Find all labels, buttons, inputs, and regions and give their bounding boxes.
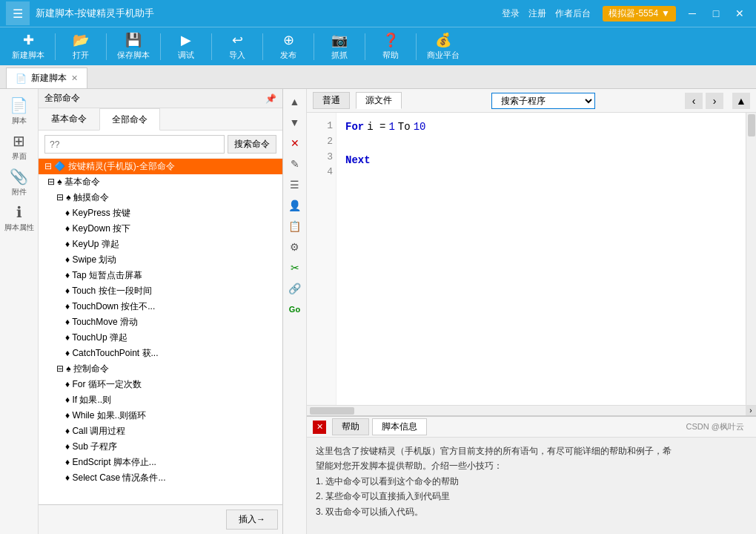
command-panel-tabs: 基本命令 全部命令 <box>39 108 282 131</box>
scroll-right-btn[interactable]: › <box>746 406 756 416</box>
tree-item[interactable]: ♦ Tap 短暂点击屏幕 <box>39 268 282 283</box>
tree-item[interactable]: ♦ Touch 按住一段时间 <box>39 283 282 299</box>
attachment-icon: 📎 <box>10 168 28 185</box>
tab-close-button[interactable]: ✕ <box>71 73 78 83</box>
toolbar-separator-2 <box>106 33 107 60</box>
tree-item[interactable]: ⊟ ♠ 控制命令 <box>39 361 282 377</box>
mid-list-button[interactable]: ☰ <box>285 175 305 194</box>
new-script-button[interactable]: ✚ 新建脚本 <box>6 29 50 64</box>
editor-next-button[interactable]: › <box>706 93 723 109</box>
line-numbers: 1 2 3 4 <box>307 113 336 405</box>
tree-item[interactable]: ♦ TouchDown 按住不... <box>39 299 282 314</box>
tree-item[interactable]: ⊟ ♠ 基本命令 <box>39 174 282 190</box>
subroutine-select[interactable]: 搜索子程序 <box>491 93 595 109</box>
command-tree: ⊟ 🔷 按键精灵(手机版)-全部命令⊟ ♠ 基本命令⊟ ♠ 触摸命令♦ KeyP… <box>39 159 282 504</box>
tree-item[interactable]: ♦ CatchTouchPoint 获... <box>39 346 282 361</box>
command-search-bar: 搜索命令 <box>39 131 282 159</box>
editor-nav-buttons: ‹ › <box>685 93 723 109</box>
import-button[interactable]: ↩ 导入 <box>216 29 258 64</box>
bottom-panel: ✕ 帮助 脚本信息 CSDN @枫叶云 这里包含了按键精灵（手机版）官方目前支持… <box>307 415 756 534</box>
tree-item[interactable]: ⊟ 🔷 按键精灵(手机版)-全部命令 <box>39 159 282 174</box>
editor-content: 1 2 3 4 For i = 1 To 10 Next <box>307 113 756 405</box>
tree-item[interactable]: ♦ TouchMove 滑动 <box>39 314 282 330</box>
store-button[interactable]: 💰 商业平台 <box>421 29 465 64</box>
mid-link-button[interactable]: 🔗 <box>285 279 305 298</box>
mid-delete-button[interactable]: ✕ <box>285 134 305 153</box>
editor-scrollbar-v[interactable] <box>746 113 756 405</box>
tree-item[interactable]: ♦ If 如果..则 <box>39 392 282 408</box>
mid-up-button[interactable]: ▲ <box>285 92 305 111</box>
tab-icon: 📄 <box>16 73 27 84</box>
editor-scrollbar-h[interactable]: › <box>307 405 756 415</box>
pin-icon: 📌 <box>265 93 276 104</box>
minimize-button[interactable]: ─ <box>682 4 703 22</box>
command-panel: 全部命令 📌 基本命令 全部命令 搜索命令 ⊟ 🔷 按键精灵(手机版)-全部命令… <box>39 89 283 534</box>
bottom-tip-1: 1. 选中命令可以看到这个命令的帮助 <box>316 474 747 489</box>
debug-button[interactable]: ▶ 调试 <box>165 29 207 64</box>
tree-item[interactable]: ♦ For 循环一定次数 <box>39 377 282 392</box>
bottom-tip-3: 3. 双击命令可以插入代码。 <box>316 504 747 519</box>
tab-new-script[interactable]: 📄 新建脚本 ✕ <box>6 67 87 88</box>
tab-help[interactable]: 帮助 <box>332 418 369 435</box>
app-title: 新建脚本-按键精灵手机助手 <box>36 7 502 20</box>
mid-cut-button[interactable]: ✂ <box>285 258 305 277</box>
tree-item[interactable]: ♦ Call 调用过程 <box>39 423 282 439</box>
open-button[interactable]: 📂 打开 <box>60 29 102 64</box>
new-script-icon: ✚ <box>23 32 34 48</box>
tab-label: 新建脚本 <box>31 72 67 85</box>
maximize-button[interactable]: □ <box>706 4 726 22</box>
login-link[interactable]: 登录 <box>502 7 520 20</box>
insert-button[interactable]: 插入→ <box>226 510 278 530</box>
sidebar-interface-button[interactable]: ⊞ 界面 <box>3 131 36 163</box>
tab-bar: 📄 新建脚本 ✕ <box>0 65 756 89</box>
command-panel-title: 全部命令 <box>44 92 80 105</box>
save-button[interactable]: 💾 保存脚本 <box>111 29 156 64</box>
tree-item[interactable]: ♦ EndScript 脚本停止... <box>39 455 282 470</box>
tree-item[interactable]: ♦ Sub 子程序 <box>39 439 282 455</box>
mid-down-button[interactable]: ▼ <box>285 113 305 132</box>
device-selector[interactable]: 模拟器-5554 ▼ <box>603 6 676 22</box>
tree-item[interactable]: ♦ KeyDown 按下 <box>39 221 282 237</box>
editor-tab-source[interactable]: 源文件 <box>356 92 402 109</box>
bottom-tip-2: 2. 某些命令可以直接插入到代码里 <box>316 489 747 504</box>
tree-item[interactable]: ♦ While 如果..则循环 <box>39 408 282 423</box>
capture-button[interactable]: 📷 抓抓 <box>319 29 360 64</box>
open-icon: 📂 <box>73 32 89 48</box>
main-toolbar: ✚ 新建脚本 📂 打开 💾 保存脚本 ▶ 调试 ↩ 导入 ⊕ 发布 📷 抓抓 ❓… <box>0 27 756 65</box>
mid-folder-button[interactable]: 📋 <box>285 217 305 236</box>
mid-user-button[interactable]: 👤 <box>285 196 305 215</box>
tab-all-commands[interactable]: 全部命令 <box>99 108 160 131</box>
tree-item[interactable]: ♦ KeyPress 按键 <box>39 205 282 221</box>
code-area[interactable]: For i = 1 To 10 Next <box>336 113 746 405</box>
import-icon: ↩ <box>232 32 243 48</box>
toolbar-separator-8 <box>416 33 417 60</box>
go-button[interactable]: Go <box>285 300 305 319</box>
editor-scroll-up[interactable]: ▲ <box>732 93 750 109</box>
tab-basic-commands[interactable]: 基本命令 <box>39 108 99 130</box>
tree-item[interactable]: ♦ Swipe 划动 <box>39 252 282 268</box>
editor-prev-button[interactable]: ‹ <box>685 93 703 109</box>
close-button[interactable]: ✕ <box>729 4 750 22</box>
author-link[interactable]: 作者后台 <box>555 7 591 20</box>
sidebar-attachment-button[interactable]: 📎 附件 <box>3 166 36 199</box>
sidebar-properties-button[interactable]: ℹ 脚本属性 <box>3 202 36 234</box>
tab-script-info[interactable]: 脚本信息 <box>372 418 427 435</box>
script-icon: 📄 <box>10 96 28 114</box>
tree-item[interactable]: ♦ TouchUp 弹起 <box>39 330 282 346</box>
tree-item[interactable]: ♦ Select Case 情况条件... <box>39 470 282 486</box>
bottom-panel-close[interactable]: ✕ <box>313 421 326 434</box>
register-link[interactable]: 注册 <box>528 7 546 20</box>
sidebar-script-button[interactable]: 📄 脚本 <box>3 95 36 128</box>
help-button[interactable]: ❓ 帮助 <box>370 29 411 64</box>
search-command-button[interactable]: 搜索命令 <box>228 135 276 154</box>
editor-tab-normal[interactable]: 普通 <box>313 92 350 109</box>
tree-item[interactable]: ⊟ ♠ 触摸命令 <box>39 190 282 205</box>
titlebar-links: 登录 注册 作者后台 <box>502 7 591 20</box>
mid-edit-button[interactable]: ✎ <box>285 154 305 174</box>
publish-button[interactable]: ⊕ 发布 <box>268 29 309 64</box>
tree-item[interactable]: ♦ KeyUp 弹起 <box>39 237 282 252</box>
menu-button[interactable]: ☰ <box>6 1 30 25</box>
command-search-input[interactable] <box>44 135 225 154</box>
code-line-2 <box>345 135 737 151</box>
mid-settings-button[interactable]: ⚙ <box>285 237 305 257</box>
